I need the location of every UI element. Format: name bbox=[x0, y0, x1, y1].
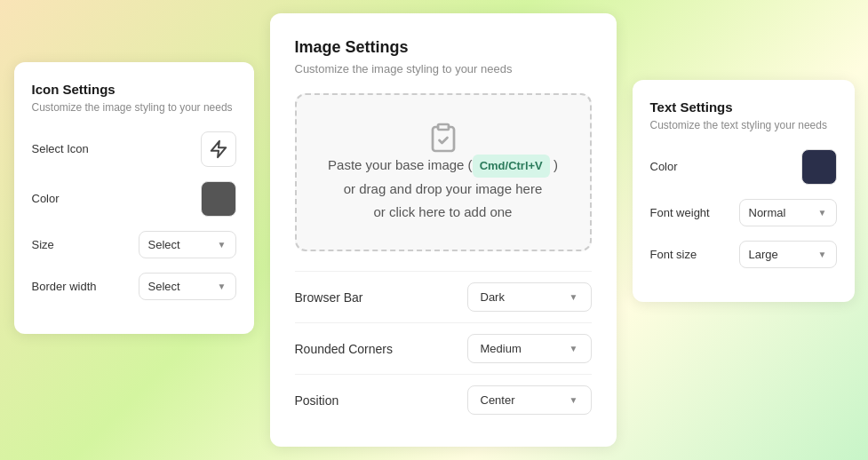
size-chevron-icon: ▼ bbox=[218, 240, 227, 250]
svg-rect-1 bbox=[438, 124, 449, 130]
border-width-label: Border width bbox=[32, 280, 97, 293]
border-width-row: Border width Select ▼ bbox=[32, 273, 236, 300]
position-row: Position Center ▼ bbox=[295, 374, 592, 425]
rounded-corners-chevron-icon: ▼ bbox=[569, 344, 578, 353]
drop-text-line1: Paste your base image (Cmd/Ctrl+V ) bbox=[328, 157, 558, 172]
drop-text-line3: or click here to add one bbox=[374, 204, 513, 219]
position-chevron-icon: ▼ bbox=[569, 395, 578, 405]
font-size-dropdown[interactable]: Large ▼ bbox=[739, 241, 837, 268]
text-color-label: Color bbox=[650, 160, 678, 173]
icon-settings-panel: Icon Settings Customize the image stylin… bbox=[14, 62, 254, 334]
select-icon-row: Select Icon bbox=[32, 131, 236, 167]
position-value: Center bbox=[481, 393, 515, 407]
position-label: Position bbox=[295, 393, 339, 408]
font-weight-chevron-icon: ▼ bbox=[818, 208, 827, 218]
clipboard-icon bbox=[427, 122, 459, 154]
font-weight-value: Normal bbox=[749, 206, 786, 219]
color-swatch[interactable] bbox=[201, 181, 236, 217]
color-row: Color bbox=[32, 181, 236, 217]
border-width-dropdown[interactable]: Select ▼ bbox=[139, 273, 236, 300]
rounded-corners-label: Rounded Corners bbox=[295, 342, 394, 356]
browser-bar-value: Dark bbox=[481, 290, 505, 304]
select-icon-button[interactable] bbox=[201, 131, 236, 167]
size-label: Size bbox=[32, 238, 54, 251]
image-settings-panel: Image Settings Customize the image styli… bbox=[270, 13, 617, 447]
rounded-corners-value: Medium bbox=[481, 342, 522, 355]
drop-text-line2: or drag and drop your image here bbox=[344, 181, 542, 196]
border-width-value: Select bbox=[148, 280, 180, 293]
text-settings-title: Text Settings bbox=[650, 99, 837, 115]
drop-zone-text: Paste your base image (Cmd/Ctrl+V ) or d… bbox=[328, 154, 558, 223]
font-size-value: Large bbox=[749, 248, 778, 261]
icon-settings-title: Icon Settings bbox=[32, 82, 236, 97]
browser-bar-dropdown[interactable]: Dark ▼ bbox=[467, 282, 592, 312]
text-settings-subtitle: Customize the text styling your needs bbox=[650, 118, 837, 133]
size-value: Select bbox=[148, 238, 180, 251]
svg-marker-0 bbox=[211, 141, 226, 157]
color-label: Color bbox=[32, 192, 60, 205]
image-settings-title: Image Settings bbox=[295, 38, 592, 57]
rounded-corners-row: Rounded Corners Medium ▼ bbox=[295, 322, 592, 374]
text-color-swatch[interactable] bbox=[801, 149, 837, 185]
size-dropdown[interactable]: Select ▼ bbox=[139, 231, 236, 258]
browser-bar-chevron-icon: ▼ bbox=[569, 292, 578, 302]
font-weight-row: Font weight Normal ▼ bbox=[650, 199, 837, 226]
rounded-corners-dropdown[interactable]: Medium ▼ bbox=[467, 334, 592, 363]
browser-bar-row: Browser Bar Dark ▼ bbox=[295, 271, 592, 322]
select-icon-label: Select Icon bbox=[32, 142, 89, 155]
font-size-row: Font size Large ▼ bbox=[650, 241, 837, 268]
size-row: Size Select ▼ bbox=[32, 231, 236, 258]
lightning-icon bbox=[209, 139, 228, 159]
text-color-row: Color bbox=[650, 149, 837, 185]
text-settings-panel: Text Settings Customize the text styling… bbox=[633, 80, 855, 302]
position-dropdown[interactable]: Center ▼ bbox=[467, 385, 592, 415]
icon-settings-subtitle: Customize the image styling to your need… bbox=[32, 100, 236, 115]
image-settings-subtitle: Customize the image styling to your need… bbox=[295, 62, 592, 75]
image-drop-zone[interactable]: Paste your base image (Cmd/Ctrl+V ) or d… bbox=[295, 93, 592, 251]
font-weight-label: Font weight bbox=[650, 206, 710, 219]
border-width-chevron-icon: ▼ bbox=[218, 282, 227, 291]
cmd-badge: Cmd/Ctrl+V bbox=[473, 155, 550, 178]
font-size-chevron-icon: ▼ bbox=[818, 250, 827, 259]
font-weight-dropdown[interactable]: Normal ▼ bbox=[739, 199, 837, 226]
browser-bar-label: Browser Bar bbox=[295, 290, 363, 305]
font-size-label: Font size bbox=[650, 248, 697, 261]
